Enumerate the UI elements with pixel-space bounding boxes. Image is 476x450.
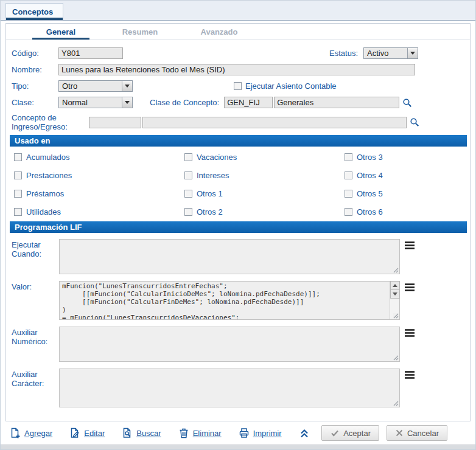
window-tab-strip: Conceptos (1, 1, 475, 21)
nombre-input[interactable] (58, 64, 415, 75)
imprimir-label: Imprimir (253, 429, 282, 438)
chevron-down-icon[interactable] (407, 48, 418, 58)
ejecutar-asiento-contable-label: Ejecutar Asiento Contable (245, 81, 337, 91)
imprimir-button[interactable]: Imprimir (238, 427, 282, 439)
checkbox-label: Vacaciones (197, 153, 237, 162)
tipo-value: Otro (59, 81, 77, 91)
tab-avanzado[interactable]: Avanzado (180, 24, 259, 40)
resize-grip-icon[interactable] (393, 313, 399, 319)
checkbox-vacaciones[interactable] (184, 153, 192, 161)
formula-menu-icon[interactable] (404, 283, 415, 292)
checkbox-ejecutar-asiento-contable[interactable] (234, 82, 242, 90)
estatus-select[interactable]: Activo (363, 47, 418, 59)
checkbox-label: Otros 3 (357, 153, 383, 162)
checkbox-intereses[interactable] (184, 171, 192, 179)
checkbox-label: Otros 6 (357, 207, 383, 216)
scroll-up-icon[interactable] (390, 281, 400, 290)
checkbox-otros-4[interactable] (345, 171, 352, 179)
checkbox-otros-3[interactable] (345, 153, 352, 161)
checkbox-otros-6[interactable] (345, 208, 352, 216)
clase-select[interactable]: Normal (58, 97, 133, 108)
row-valor: Valor: mFuncion("LunesTranscurridosEntre… (12, 281, 463, 320)
checkbox-acumulados[interactable] (14, 153, 22, 161)
agregar-button[interactable]: Agregar (9, 427, 52, 439)
row-auxiliar-numerico: Auxiliar Numérico: (12, 327, 463, 362)
conceptos-panel: General Resumen Avanzado Código: Estatus… (5, 23, 471, 421)
collapse-toolbar-button[interactable] (298, 428, 310, 438)
eliminar-label: Eliminar (193, 429, 222, 438)
tab-avanzado-label: Avanzado (201, 27, 238, 36)
bottom-toolbar: Agregar Editar Buscar Eliminar Imprimir … (1, 421, 475, 445)
buscar-button[interactable]: Buscar (121, 427, 161, 439)
concepto-ie-desc-input[interactable] (142, 117, 407, 128)
usado-en-item: Otros 5 (345, 189, 463, 198)
formula-menu-icon[interactable] (404, 370, 415, 379)
codigo-input[interactable] (58, 47, 123, 59)
aceptar-button[interactable]: Aceptar (321, 425, 379, 441)
clase-value: Normal (59, 98, 88, 107)
eliminar-button[interactable]: Eliminar (178, 427, 222, 439)
printer-icon (238, 427, 250, 439)
chevron-down-icon[interactable] (122, 81, 132, 91)
checkbox-utilidades[interactable] (14, 208, 22, 216)
usado-en-grid: Acumulados Vacaciones Otros 3 Prestacion… (14, 153, 463, 216)
row-ejecutar-cuando: Ejecutar Cuando: (12, 239, 463, 274)
row-nombre: Nombre: (12, 64, 463, 75)
editar-label: Editar (84, 429, 105, 438)
clase-concepto-desc-input[interactable] (274, 97, 399, 108)
concepto-ie-lookup-icon[interactable] (410, 117, 419, 127)
conceptos-window: Conceptos General Resumen Avanzado Códig… (0, 0, 476, 450)
codigo-label: Código: (12, 49, 58, 58)
cancelar-button[interactable]: Cancelar (387, 425, 447, 441)
resize-grip-icon[interactable] (393, 355, 399, 361)
formula-menu-icon[interactable] (404, 328, 415, 338)
auxiliar-numerico-label: Auxiliar Numérico: (12, 327, 59, 346)
editar-button[interactable]: Editar (69, 427, 105, 439)
concepto-ie-label: Concepto de Ingreso/Egreso: (12, 113, 89, 131)
usado-en-item: Préstamos (14, 189, 184, 198)
clase-concepto-label: Clase de Concepto: (150, 98, 219, 107)
usado-en-item: Otros 4 (345, 171, 463, 180)
auxiliar-caracter-textarea[interactable] (59, 369, 400, 407)
concepto-ie-code-input[interactable] (89, 117, 141, 128)
usado-en-item: Utilidades (14, 207, 184, 216)
valor-label: Valor: (12, 281, 59, 291)
resize-grip-icon[interactable] (393, 401, 399, 406)
checkbox-prestamos[interactable] (14, 190, 22, 198)
checkbox-otros-2[interactable] (184, 208, 192, 216)
formula-menu-icon[interactable] (404, 241, 415, 250)
resize-grip-icon[interactable] (393, 268, 399, 273)
checkbox-label: Otros 2 (197, 207, 223, 216)
tipo-label: Tipo: (12, 81, 58, 91)
window-bottom-strip (1, 445, 475, 449)
estatus-label: Estatus: (329, 49, 358, 58)
checkbox-prestaciones[interactable] (14, 171, 22, 179)
tab-conceptos[interactable]: Conceptos (5, 3, 63, 20)
checkbox-label: Acumulados (26, 153, 70, 162)
aceptar-label: Aceptar (343, 429, 371, 438)
row-codigo-estatus: Código: Estatus: Activo (12, 47, 463, 59)
checkbox-label: Prestaciones (26, 171, 72, 180)
auxiliar-numerico-textarea[interactable] (59, 327, 400, 362)
tab-general[interactable]: General (21, 24, 100, 40)
clase-concepto-lookup-icon[interactable] (402, 98, 412, 108)
inner-tabbar: General Resumen Avanzado (6, 24, 470, 40)
tipo-select[interactable]: Otro (58, 80, 133, 92)
tab-resumen[interactable]: Resumen (100, 24, 180, 40)
checkbox-label: Otros 1 (197, 189, 223, 198)
chevron-down-icon[interactable] (122, 97, 132, 108)
checkbox-otros-1[interactable] (184, 190, 192, 198)
auxiliar-caracter-label: Auxiliar Carácter: (12, 369, 59, 388)
checkbox-label: Préstamos (26, 189, 64, 198)
row-concepto-ie: Concepto de Ingreso/Egreso: (12, 113, 463, 131)
ejecutar-cuando-textarea[interactable] (59, 239, 400, 274)
agregar-label: Agregar (24, 429, 52, 438)
checkbox-label: Utilidades (26, 207, 61, 216)
checkbox-otros-5[interactable] (345, 190, 352, 198)
valor-textarea[interactable]: mFuncion("LunesTranscurridosEntreFechas"… (59, 281, 400, 320)
valor-code[interactable]: mFuncion("LunesTranscurridosEntreFechas"… (60, 282, 389, 319)
check-icon (330, 428, 340, 438)
scroll-down-icon[interactable] (390, 289, 400, 299)
usado-en-item: Otros 3 (345, 153, 463, 162)
clase-concepto-code-input[interactable] (224, 97, 273, 108)
